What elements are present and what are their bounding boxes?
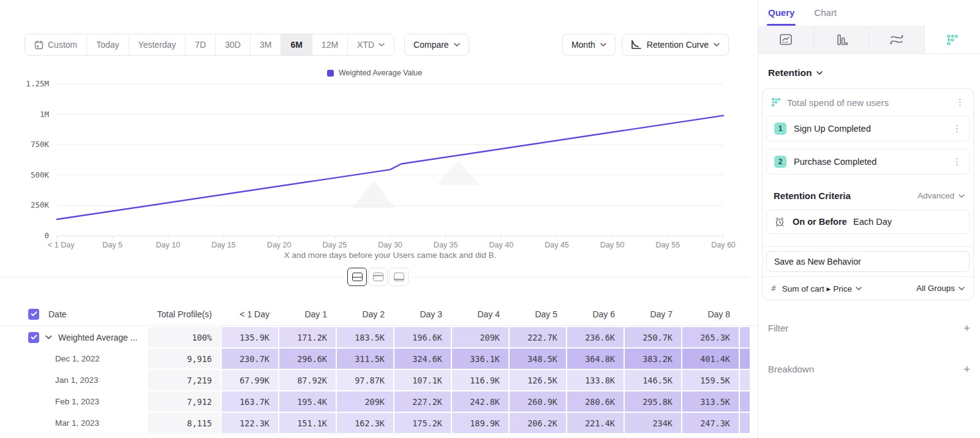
retention-value-cell[interactable]: 234K (625, 413, 681, 433)
range-custom[interactable]: Custom (25, 34, 87, 55)
metric-property-dropdown[interactable]: Sum of cart ▸ Price (782, 284, 910, 293)
column-header-day-2[interactable]: Day 2 (337, 303, 393, 325)
split-view-toggle[interactable] (347, 268, 367, 286)
retention-value-cell[interactable]: 295.8K (625, 391, 681, 412)
column-header-date[interactable]: Date (0, 303, 147, 325)
retention-value-cell[interactable]: 195.4K (279, 391, 336, 412)
column-header-day-7[interactable]: Day 7 (625, 303, 681, 325)
column-header-day-1[interactable]: Day 1 (279, 303, 336, 325)
retention-value-cell[interactable]: 87.92K (279, 370, 336, 390)
expand-caret-icon[interactable] (45, 335, 52, 339)
retention-value-cell[interactable]: 159.5K (682, 370, 739, 390)
retention-value-cell[interactable]: 348.5K (510, 349, 566, 369)
chart-view-toggle[interactable] (368, 268, 388, 286)
retention-value-cell[interactable]: 67.99K (222, 370, 278, 390)
retention-value-cell[interactable]: 313.5K (682, 391, 739, 412)
range-12m[interactable]: 12M (312, 34, 348, 55)
retention-value-cell[interactable]: 126.5K (510, 370, 566, 390)
table-row[interactable]: Dec 1, 20229,916230.7K296.6K311.5K324.6K… (0, 349, 758, 369)
retention-value-cell[interactable]: 163.7K (222, 391, 278, 412)
table-row[interactable]: Feb 1, 20237,912163.7K195.4K209K227.2K24… (0, 391, 758, 412)
retention-value-cell[interactable]: 116.9K (452, 370, 508, 390)
range-3m[interactable]: 3M (251, 34, 281, 55)
retention-value-cell[interactable]: 280.6K (567, 391, 624, 412)
retention-value-cell[interactable]: 324.6K (394, 349, 451, 369)
tool-funnels[interactable] (814, 26, 870, 53)
retention-section-dropdown[interactable]: Retention (768, 67, 980, 78)
column-header-day-3[interactable]: Day 3 (394, 303, 451, 325)
retention-value-cell[interactable]: 336.1K (452, 349, 508, 369)
add-filter-button[interactable]: + (963, 322, 970, 334)
retention-value-cell[interactable]: 230.7K (222, 349, 278, 369)
row-checkbox[interactable] (28, 332, 39, 343)
retention-value-cell[interactable]: 189.9K (452, 413, 508, 433)
retention-value-cell[interactable]: 221.4K (567, 413, 624, 433)
retention-line-chart[interactable]: 0250K500K750K1M1.25M< 1 DayDay 5Day 10Da… (0, 80, 749, 257)
behavior-menu-button[interactable]: ⋮ (956, 98, 965, 107)
add-breakdown-button[interactable]: + (963, 363, 970, 375)
retention-value-cell[interactable]: 183.5K (337, 327, 393, 347)
retention-value-cell[interactable]: 311.5K (337, 349, 393, 369)
retention-value-cell[interactable]: 171.2K (279, 327, 336, 347)
range-xtd[interactable]: XTD (348, 34, 394, 55)
column-header-day-8[interactable]: Day 8 (682, 303, 739, 325)
retention-value-cell[interactable]: 383.2K (625, 349, 681, 369)
retention-value-cell[interactable]: 222.7K (510, 327, 566, 347)
granularity-dropdown[interactable]: Month (562, 34, 616, 56)
criteria-mode-dropdown[interactable]: Advanced (918, 191, 965, 200)
range-7d[interactable]: 7D (186, 34, 216, 55)
column-header-day-6[interactable]: Day 6 (567, 303, 624, 325)
retention-value-cell[interactable]: 242.8K (452, 391, 508, 412)
retention-value-cell[interactable]: 209K (337, 391, 393, 412)
groups-dropdown[interactable]: All Groups (916, 284, 965, 293)
retention-value-cell[interactable]: 175.2K (394, 413, 451, 433)
column-header-total-profile-s-[interactable]: Total Profile(s) (148, 303, 221, 325)
retention-value-cell[interactable]: 209K (452, 327, 508, 347)
column-header--1-day[interactable]: < 1 Day (222, 303, 278, 325)
retention-value-cell[interactable]: 151.1K (279, 413, 336, 433)
column-header-day-4[interactable]: Day 4 (452, 303, 508, 325)
retention-value-cell[interactable]: 97.87K (337, 370, 393, 390)
retention-value-cell[interactable]: 196.6K (394, 327, 451, 347)
retention-value-cell[interactable]: 107.1K (394, 370, 451, 390)
step-purchase-completed[interactable]: 2 Purchase Completed ⋮ (766, 149, 970, 175)
tool-insights[interactable] (758, 26, 814, 53)
retention-value-cell[interactable]: 250.7K (625, 327, 681, 347)
retention-condition[interactable]: On or Before Each Day (766, 210, 970, 234)
retention-value-cell[interactable]: 135.9K (222, 327, 278, 347)
compare-button[interactable]: Compare (404, 34, 469, 56)
range-today[interactable]: Today (87, 34, 129, 55)
table-row[interactable]: Jan 1, 20237,21967.99K87.92K97.87K107.1K… (0, 370, 758, 390)
retention-value-cell[interactable]: 236.6K (567, 327, 624, 347)
range-6m[interactable]: 6M (281, 34, 312, 55)
retention-value-cell[interactable]: 146.5K (625, 370, 681, 390)
tab-query[interactable]: Query (768, 7, 794, 26)
step-sign-up-completed[interactable]: 1 Sign Up Completed ⋮ (766, 116, 970, 142)
table-row[interactable]: Weighted Average ...100%135.9K171.2K183.… (0, 327, 758, 347)
row-checkbox[interactable] (28, 309, 39, 320)
retention-value-cell[interactable]: 227.2K (394, 391, 451, 412)
retention-value-cell[interactable]: 122.3K (222, 413, 278, 433)
retention-value-cell[interactable]: 247.3K (682, 413, 739, 433)
retention-value-cell[interactable]: 364.8K (567, 349, 624, 369)
tab-chart[interactable]: Chart (814, 7, 837, 26)
range-30d[interactable]: 30D (216, 34, 251, 55)
retention-value-cell[interactable]: 296.6K (279, 349, 336, 369)
retention-value-cell[interactable]: 162.3K (337, 413, 393, 433)
step-menu-button[interactable]: ⋮ (952, 157, 962, 167)
save-as-new-behavior-button[interactable]: Save as New Behavior (766, 251, 970, 272)
table-view-toggle[interactable] (389, 268, 409, 286)
chart-type-dropdown[interactable]: Retention Curve (622, 34, 729, 56)
retention-value-cell[interactable]: 265.3K (682, 327, 739, 347)
retention-value-cell[interactable]: 133.8K (567, 370, 624, 390)
column-header-day-5[interactable]: Day 5 (510, 303, 566, 325)
table-row[interactable]: Mar 1, 20238,115122.3K151.1K162.3K175.2K… (0, 413, 758, 433)
tool-retention[interactable] (925, 26, 980, 53)
tool-flows[interactable] (870, 26, 925, 53)
retention-value-cell[interactable]: 206.2K (510, 413, 566, 433)
range-yesterday[interactable]: Yesterday (129, 34, 186, 55)
retention-value-cell[interactable]: 260.9K (510, 391, 566, 412)
step-menu-button[interactable]: ⋮ (952, 124, 962, 134)
x-axis-label: Day 10 (156, 241, 181, 249)
retention-value-cell[interactable]: 401.4K (682, 349, 739, 369)
